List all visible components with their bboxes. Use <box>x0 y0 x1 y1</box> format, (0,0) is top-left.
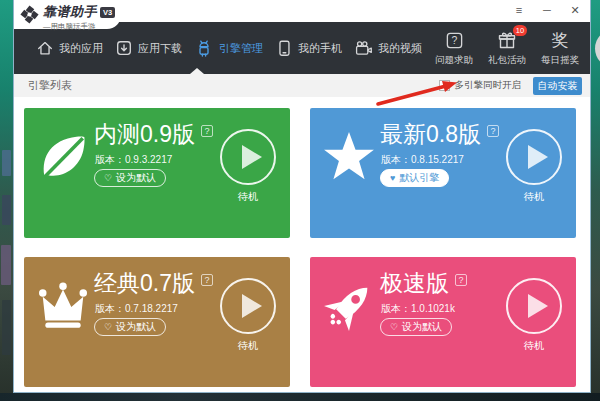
minimize-button[interactable]: ─ <box>541 3 553 17</box>
star-icon <box>322 130 376 184</box>
engine-version: 版本：0.9.3.2217 <box>95 153 172 167</box>
desktop-taskbar <box>0 393 600 401</box>
play-icon <box>242 145 262 169</box>
version-badge: V3 <box>100 7 115 18</box>
engine-name: 内测0.9版 <box>94 120 195 148</box>
notification-badge: 10 <box>513 25 527 36</box>
app-window: ≡ ─ ✕ 靠谱助手 V3 —用电脑玩手游 我的应用 <box>13 0 591 393</box>
engine-name: 最新0.8版 <box>380 120 481 148</box>
leaf-icon <box>36 130 90 184</box>
gift-icon: 10 <box>497 30 517 51</box>
set-default-button[interactable]: ♡ 设为默认 <box>94 318 166 336</box>
engine-version: 版本：0.8.15.2217 <box>381 153 464 167</box>
tab-app-download[interactable]: 应用下载 <box>113 35 184 61</box>
engine-list-title: 引擎列表 <box>28 78 72 93</box>
engine-toolbar: 引擎列表 多引擎同时开启 自动安装 <box>14 74 590 97</box>
auto-install-button[interactable]: 自动安装 <box>533 77 582 95</box>
engine-card-beta: 内测0.9版 ? 版本：0.9.3.2217 ♡ 设为默认 待机 <box>24 108 290 238</box>
logo-icon <box>19 4 40 25</box>
help-badge[interactable]: ? <box>455 274 467 286</box>
play-button[interactable] <box>220 278 276 334</box>
phone-icon <box>275 39 293 57</box>
desktop-background <box>2 300 11 355</box>
prize-icon: 奖 <box>552 30 569 51</box>
heart-icon: ♥ <box>390 174 395 183</box>
engine-name: 极速版 <box>380 269 449 297</box>
heart-icon: ♡ <box>104 174 112 183</box>
user-avatar[interactable] <box>595 29 600 68</box>
tab-label: 应用下载 <box>138 41 182 56</box>
pill-label: 设为默认 <box>116 171 156 185</box>
engine-status: 待机 <box>220 190 276 204</box>
engine-card-classic: 经典0.7版 ? 版本：0.7.18.2217 ♡ 设为默认 待机 <box>24 257 290 387</box>
android-icon <box>194 38 214 58</box>
heart-icon: ♡ <box>104 323 112 332</box>
person-icon <box>595 29 600 68</box>
pill-label: 默认引擎 <box>399 171 439 185</box>
play-icon <box>528 294 548 318</box>
download-icon <box>115 39 133 57</box>
desktop-background <box>1 245 11 285</box>
engine-name: 经典0.7版 <box>94 269 195 297</box>
tab-engine-manage[interactable]: 引擎管理 <box>192 34 265 62</box>
question-icon: ? <box>445 30 464 51</box>
engine-status: 待机 <box>220 339 276 353</box>
heart-icon: ♡ <box>390 323 398 332</box>
engine-status: 待机 <box>506 339 562 353</box>
help-badge[interactable]: ? <box>487 125 499 137</box>
gift-events-button[interactable]: 10 礼包活动 <box>485 30 529 67</box>
pill-label: 设为默认 <box>116 320 156 334</box>
set-default-button[interactable]: ♡ 设为默认 <box>380 318 452 336</box>
engine-version: 版本：1.0.1021k <box>381 302 455 316</box>
help-badge[interactable]: ? <box>201 125 213 137</box>
crown-icon <box>36 279 90 333</box>
rocket-icon <box>322 279 376 333</box>
engine-card-speed: 极速版 ? 版本：1.0.1021k ♡ 设为默认 待机 <box>310 257 576 387</box>
engine-list: 内测0.9版 ? 版本：0.9.3.2217 ♡ 设为默认 待机 <box>14 97 590 392</box>
svg-text:?: ? <box>451 35 457 46</box>
play-button[interactable] <box>506 129 562 185</box>
daily-lottery-button[interactable]: 奖 每日摇奖 <box>538 30 582 67</box>
tab-my-apps[interactable]: 我的应用 <box>34 35 105 61</box>
close-button[interactable]: ✕ <box>569 3 581 17</box>
engine-version: 版本：0.7.18.2217 <box>95 302 178 316</box>
tab-label: 引擎管理 <box>219 41 263 56</box>
app-title: 靠谱助手 <box>43 3 97 21</box>
tab-my-phone[interactable]: 我的手机 <box>273 35 344 61</box>
play-icon <box>242 294 262 318</box>
desktop-background <box>2 150 11 176</box>
play-button[interactable] <box>506 278 562 334</box>
util-label: 礼包活动 <box>488 54 526 67</box>
play-icon <box>528 145 548 169</box>
util-label: 问题求助 <box>435 54 473 67</box>
desktop-background <box>2 195 11 225</box>
app-tagline: —用电脑玩手游 <box>43 22 115 32</box>
set-default-button[interactable]: ♡ 设为默认 <box>94 169 166 187</box>
help-badge[interactable]: ? <box>201 274 213 286</box>
multi-engine-label[interactable]: 多引擎同时开启 <box>455 79 522 92</box>
home-icon <box>36 39 54 57</box>
util-label: 每日摇奖 <box>541 54 579 67</box>
engine-status: 待机 <box>506 190 562 204</box>
tab-label: 我的手机 <box>298 41 342 56</box>
video-camera-icon <box>354 39 373 58</box>
multi-engine-checkbox[interactable] <box>439 80 450 91</box>
play-button[interactable] <box>220 129 276 185</box>
engine-card-latest: 最新0.8版 ? 版本：0.8.15.2217 ♥ 默认引擎 待机 <box>310 108 576 238</box>
help-request-button[interactable]: ? 问题求助 <box>432 30 476 67</box>
tab-my-videos[interactable]: 我的视频 <box>352 35 424 62</box>
app-logo: 靠谱助手 V3 —用电脑玩手游 <box>14 0 121 29</box>
tab-label: 我的视频 <box>378 41 422 56</box>
default-engine-button[interactable]: ♥ 默认引擎 <box>380 169 449 187</box>
tab-label: 我的应用 <box>59 41 103 56</box>
pill-label: 设为默认 <box>402 320 442 334</box>
nav-utilities: ? 问题求助 10 礼包活动 奖 每日摇奖 <box>432 29 600 68</box>
window-menu-button[interactable]: ≡ <box>513 3 525 17</box>
